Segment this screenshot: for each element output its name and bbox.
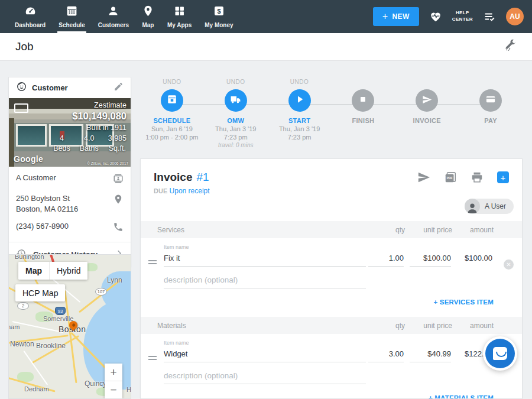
zoom-out-button[interactable]: − (105, 381, 122, 399)
location-pin-icon[interactable] (113, 194, 124, 207)
grid-icon (173, 5, 186, 20)
nav-label: Map (142, 22, 154, 28)
step-omw: UNDO OMW Thu, Jan 3 '19 7:23 pm travel: … (204, 79, 268, 157)
step-date: Thu, Jan 3 '19 (215, 125, 256, 132)
edit-pencil-icon[interactable] (113, 82, 124, 94)
chat-icon (485, 339, 515, 368)
dollar-icon: $ (213, 5, 225, 20)
job-settings-icon[interactable] (504, 39, 517, 54)
nav-item-my-money[interactable]: $ My Money (198, 0, 239, 33)
omw-step-button[interactable] (225, 89, 247, 112)
invoice-number[interactable]: #1 (196, 171, 209, 184)
amount-column-header: amount (452, 322, 494, 330)
property-photo[interactable]: Zestimate $10,149,080 Built in 1911 4 Be… (9, 98, 131, 167)
due-value-link[interactable]: Upon receipt (170, 187, 210, 195)
undo-omw-link[interactable]: UNDO (226, 79, 245, 86)
map-label-newton: Newton (10, 340, 34, 348)
material-name-input[interactable] (164, 348, 366, 362)
material-qty-input[interactable] (368, 348, 404, 362)
nav-label: Customers (98, 22, 129, 28)
map-type-map-button[interactable]: Map (18, 262, 49, 280)
nav-item-dashboard[interactable]: Dashboard (8, 0, 52, 33)
invoice-toolbar: PDF + (417, 171, 509, 184)
schedule-step-button[interactable] (161, 89, 183, 112)
zoom-in-button[interactable]: + (105, 364, 122, 381)
step-date: Sun, Jan 6 '19 (151, 125, 193, 132)
service-description-input[interactable] (164, 274, 366, 288)
i93-shield: 93 (55, 307, 66, 315)
material-description-input[interactable] (164, 369, 366, 384)
map-label-brookline: Brookline (36, 342, 66, 350)
step-label: OMW (227, 117, 244, 124)
health-heart-icon[interactable] (429, 10, 442, 23)
play-icon (294, 94, 305, 107)
fullscreen-icon[interactable] (14, 103, 28, 113)
add-services-item-link[interactable]: + SERVICES ITEM (141, 288, 522, 306)
mini-map[interactable]: Burlington Lynn Somerville ham Boston Ne… (8, 254, 131, 399)
svg-text:PDF: PDF (447, 177, 453, 180)
hcp-map-button[interactable]: HCP Map (15, 284, 65, 301)
services-section-header: Services qty unit price amount (141, 221, 522, 238)
task-list-icon[interactable] (483, 10, 496, 23)
customer-name: A Customer (16, 173, 56, 183)
page-title: Job (15, 40, 34, 53)
nav-item-map[interactable]: Map (135, 0, 161, 33)
assignee-chip[interactable]: A User (465, 199, 514, 214)
customer-phone: (234) 567-8900 (16, 221, 69, 232)
phone-icon[interactable] (113, 222, 124, 235)
assignee-row: A User (141, 195, 522, 221)
add-invoice-button[interactable]: + (497, 171, 509, 183)
step-label: PAY (484, 117, 497, 124)
finish-step-button[interactable] (352, 89, 374, 112)
avatar-initials: AU (510, 12, 520, 21)
beds-label: Beds (53, 144, 70, 154)
amount-column-header: amount (452, 226, 494, 234)
zestimate-value: $10,149,080 (53, 111, 126, 122)
beds-value: 4 (60, 134, 64, 144)
new-button[interactable]: + NEW (373, 7, 419, 26)
drag-handle[interactable] (148, 258, 157, 266)
material-line-item: Item name $122.97 (141, 334, 522, 384)
service-unit-price-input[interactable] (410, 252, 451, 267)
step-label: SCHEDULE (153, 117, 190, 124)
nav-item-my-apps[interactable]: My Apps (161, 0, 198, 33)
sqft-label: Sq.ft. (109, 144, 126, 154)
start-step-button[interactable] (288, 89, 311, 112)
contact-card-icon[interactable] (113, 173, 124, 186)
user-avatar[interactable]: AU (506, 8, 524, 25)
help-center-link[interactable]: HELP CENTER (452, 10, 473, 23)
customer-address-row: 250 Boylston St Boston, MA 02116 (16, 193, 124, 214)
chat-fab-button[interactable] (483, 336, 517, 371)
service-qty-input[interactable] (368, 252, 404, 267)
step-travel: travel: 0 mins (218, 142, 253, 148)
nav-item-customers[interactable]: Customers (92, 0, 135, 33)
undo-schedule-link[interactable]: UNDO (163, 79, 181, 86)
send-icon[interactable] (417, 171, 430, 184)
undo-start-link[interactable]: UNDO (290, 79, 309, 86)
material-unit-price-input[interactable] (410, 348, 451, 362)
map-type-hybrid-button[interactable]: Hybrid (49, 262, 87, 280)
plus-icon: + (382, 11, 388, 22)
drag-handle[interactable] (148, 354, 157, 362)
service-name-input[interactable] (164, 252, 366, 267)
map-label-waltham: ham (8, 323, 20, 330)
paper-plane-icon (422, 95, 432, 107)
materials-section-header: Materials qty unit price amount (141, 317, 522, 334)
svg-text:$: $ (217, 8, 220, 15)
step-time: 1:00 pm - 2:00 pm (145, 134, 198, 141)
route-2-shield: 2 (17, 302, 29, 310)
add-materials-item-link[interactable]: + MATERIALS ITEM (141, 384, 522, 399)
print-icon[interactable] (471, 171, 484, 184)
zestimate-label: Zestimate (53, 101, 126, 109)
pay-step-button[interactable] (479, 89, 502, 112)
map-label-quincy: Quincy (85, 379, 106, 388)
delete-service-item-button[interactable]: ✕ (504, 259, 514, 270)
pdf-icon[interactable]: PDF (444, 171, 457, 184)
truck-icon (230, 94, 241, 108)
qty-column-header: qty (369, 322, 405, 330)
unit-price-column-header: unit price (405, 226, 452, 234)
app-root: Dashboard Schedule Customers Map My Apps… (0, 0, 532, 399)
nav-item-schedule[interactable]: Schedule (52, 0, 91, 33)
customer-card-header: Customer (9, 77, 131, 98)
invoice-step-button[interactable] (416, 89, 438, 112)
